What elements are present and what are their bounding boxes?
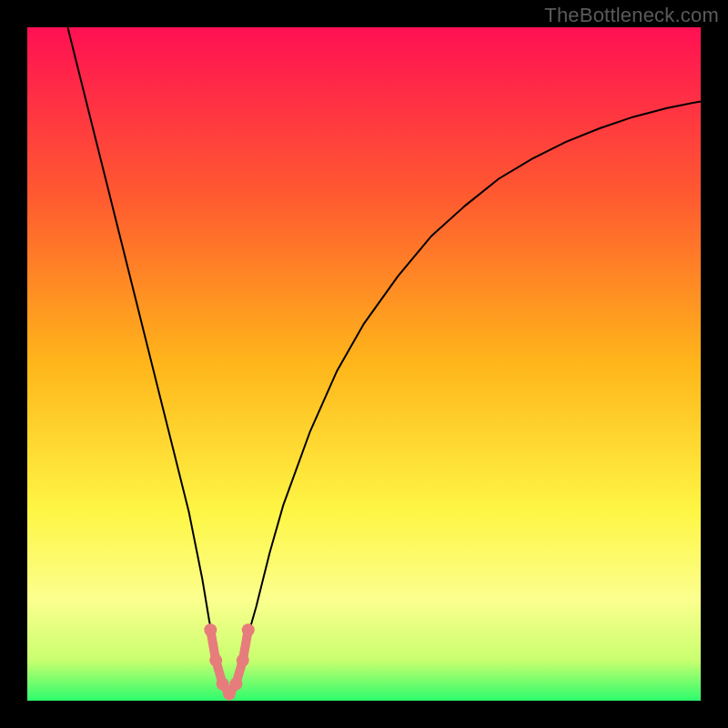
highlight-dot	[204, 623, 217, 636]
highlight-dot	[209, 654, 222, 667]
watermark-text: TheBottleneck.com	[544, 4, 719, 27]
bottleneck-chart	[27, 27, 701, 701]
chart-frame: TheBottleneck.com	[0, 0, 728, 728]
highlight-dot	[229, 678, 242, 691]
highlight-dot	[237, 654, 249, 667]
highlight-dot	[242, 623, 255, 636]
